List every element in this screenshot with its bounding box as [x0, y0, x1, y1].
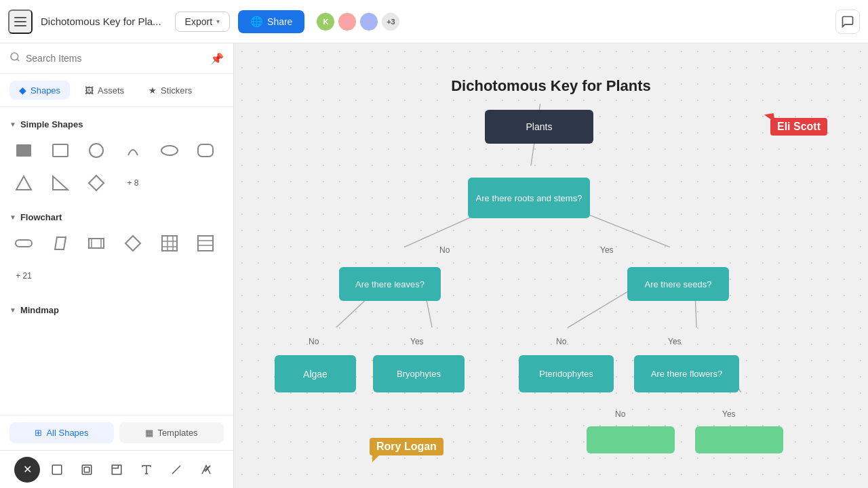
svg-marker-6: [16, 176, 31, 190]
triangle-shape[interactable]: [9, 169, 38, 197]
chevron-icon: ▼: [9, 306, 16, 314]
canvas[interactable]: Dichotomous Key for Plants Plants Are th…: [234, 43, 868, 488]
ellipse-shape[interactable]: [155, 136, 184, 165]
svg-rect-9: [16, 240, 32, 247]
svg-rect-23: [52, 465, 62, 474]
svg-rect-2: [53, 144, 68, 157]
label-yes3: Yes: [668, 337, 682, 346]
svg-marker-10: [55, 237, 66, 249]
node-algae[interactable]: Algae: [275, 355, 356, 392]
export-button[interactable]: Export ▾: [175, 12, 230, 32]
node-yes-flowers[interactable]: [695, 426, 783, 453]
label-yes4: Yes: [722, 409, 736, 419]
right-triangle-shape[interactable]: [46, 169, 75, 197]
tab-all-shapes[interactable]: ⊞ All Shapes: [9, 422, 114, 443]
node-no-flowers[interactable]: [587, 426, 675, 453]
arc-shape[interactable]: [119, 136, 147, 165]
table-shape[interactable]: [191, 229, 220, 258]
tab-assets[interactable]: 🖼 Assets: [75, 81, 134, 100]
search-input[interactable]: [26, 53, 205, 64]
frame-tool-button[interactable]: [74, 457, 100, 483]
tab-shapes[interactable]: ◆ Shapes: [9, 81, 70, 100]
label-no4: No: [615, 409, 625, 419]
search-bar: 📌: [0, 43, 233, 74]
shapes-list: ▼ Simple Shapes: [0, 107, 233, 415]
avatar-k: K: [315, 12, 336, 32]
label-no3: No: [556, 337, 566, 346]
section-mindmap[interactable]: ▼ Mindmap: [9, 305, 224, 315]
svg-point-0: [11, 53, 18, 60]
node-roots[interactable]: Are there roots and stems?: [468, 178, 590, 218]
section-flowchart[interactable]: ▼ Flowchart: [9, 212, 224, 222]
globe-icon: 🌐: [250, 16, 263, 28]
line-tool-button[interactable]: [163, 457, 189, 483]
process-shape[interactable]: [82, 229, 111, 258]
chevron-down-icon: ▾: [216, 18, 220, 25]
tab-stickers[interactable]: ★ Stickers: [139, 81, 201, 100]
svg-line-29: [172, 466, 180, 474]
drawing-toolbar: ✕: [0, 450, 233, 488]
svg-marker-7: [53, 176, 68, 190]
rect-outline-shape[interactable]: [46, 136, 75, 165]
more-simple-shapes[interactable]: + 8: [119, 169, 147, 197]
document-title: Dichotomous Key for Pla...: [41, 16, 161, 27]
tab-templates[interactable]: ▦ Templates: [119, 422, 224, 443]
sidebar: 📌 ◆ Shapes 🖼 Assets ★ Stickers ▼ Simple …: [0, 43, 234, 488]
parallelogram-shape[interactable]: [46, 229, 75, 258]
label-no2: No: [309, 337, 319, 346]
sticky-tool-button[interactable]: [104, 457, 130, 483]
grid-shape[interactable]: [155, 229, 184, 258]
svg-rect-15: [162, 236, 177, 251]
section-simple-shapes[interactable]: ▼ Simple Shapes: [9, 119, 224, 129]
svg-marker-8: [89, 176, 104, 190]
grid-icon: ⊞: [35, 428, 42, 438]
close-tool-button[interactable]: ✕: [14, 457, 40, 483]
diamond-shape[interactable]: [82, 169, 111, 197]
rounded-rect-shape[interactable]: [191, 136, 220, 165]
svg-rect-26: [112, 465, 121, 474]
node-flowers[interactable]: Are there flowers?: [634, 355, 739, 392]
avatar-2: [359, 12, 379, 32]
header: Dichotomous Key for Pla... Export ▾ 🌐 Sh…: [0, 0, 868, 43]
more-flowchart-shapes[interactable]: + 21: [9, 262, 38, 290]
pin-icon[interactable]: 📌: [210, 52, 224, 65]
label-yes1: Yes: [600, 245, 614, 255]
cursor-eli-scott: Eli Scott: [770, 118, 827, 136]
diagram-title: Dichotomous Key for Plants: [451, 77, 651, 95]
stadium-shape[interactable]: [9, 229, 38, 258]
main-layout: 📌 ◆ Shapes 🖼 Assets ★ Stickers ▼ Simple …: [0, 43, 868, 488]
diamond-icon: ◆: [19, 85, 26, 96]
decision-shape[interactable]: [119, 229, 147, 258]
svg-point-3: [90, 144, 103, 157]
shape-tab-bar: ◆ Shapes 🖼 Assets ★ Stickers: [0, 74, 233, 107]
svg-point-4: [161, 146, 178, 155]
share-button[interactable]: 🌐 Share: [238, 10, 304, 33]
svg-rect-20: [198, 236, 213, 251]
cursor-rory-logan: Rory Logan: [370, 438, 443, 455]
collaborator-avatars: K +3: [315, 12, 401, 32]
text-tool-button[interactable]: [134, 457, 159, 483]
label-no1: No: [439, 245, 450, 255]
rect-tool-button[interactable]: [44, 457, 70, 483]
flowchart-grid: + 21: [9, 229, 224, 298]
chevron-icon: ▼: [9, 121, 16, 128]
simple-shapes-grid: + 8: [9, 136, 224, 205]
circle-shape[interactable]: [82, 136, 111, 165]
svg-rect-25: [84, 467, 90, 472]
svg-rect-1: [16, 144, 31, 157]
node-pteridophytes[interactable]: Pteridophytes: [519, 355, 614, 392]
avatar-1: [337, 12, 357, 32]
comment-button[interactable]: [835, 9, 860, 34]
node-bryophytes[interactable]: Bryophytes: [373, 355, 465, 392]
bottom-tab-bar: ⊞ All Shapes ▦ Templates: [0, 415, 233, 450]
menu-button[interactable]: [8, 9, 33, 34]
node-leaves[interactable]: Are there leaves?: [339, 267, 441, 301]
svg-marker-14: [125, 236, 140, 251]
star-icon: ★: [149, 85, 157, 96]
svg-rect-5: [198, 144, 213, 157]
rect-filled-shape[interactable]: [9, 136, 38, 165]
node-seeds[interactable]: Are there seeds?: [627, 267, 729, 301]
chevron-icon: ▼: [9, 214, 16, 221]
arrow-tool-button[interactable]: [193, 457, 219, 483]
node-plants[interactable]: Plants: [485, 110, 593, 144]
